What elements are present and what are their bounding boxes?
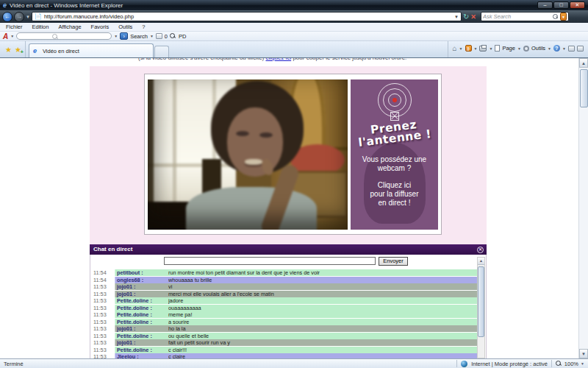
page-scroll-down-icon[interactable]: ▼ xyxy=(579,349,588,358)
stop-icon[interactable]: ✕ xyxy=(470,13,476,21)
home-dropdown-icon[interactable]: ▼ xyxy=(459,46,463,51)
chat-row: 11:53Petite.doline :ou quelle et belle xyxy=(90,333,478,339)
toolbar-search-label[interactable]: Search xyxy=(130,33,148,40)
chat-close-icon[interactable]: ✕ xyxy=(477,247,484,253)
search-provider-dropdown-icon[interactable]: ▼ xyxy=(560,13,567,21)
chat-time: 11:53 xyxy=(90,297,115,304)
address-field[interactable]: 📄 http://forum.manucure.info/video.php ▼ xyxy=(32,12,462,21)
rss-dropdown-icon[interactable]: ▼ xyxy=(474,46,478,51)
chat-time: 11:53 xyxy=(90,333,115,339)
banner-cta[interactable]: Cliquez ici pour la diffuser en direct ! xyxy=(351,181,438,208)
address-dropdown-icon[interactable]: ▼ xyxy=(454,15,459,19)
chat-username: petitbout : xyxy=(115,269,168,276)
chat-time: 11:54 xyxy=(90,277,115,283)
tab-video-en-direct[interactable]: e Vidéo en direct xyxy=(29,43,154,57)
tools-menu-label[interactable]: Outils xyxy=(531,45,545,52)
chat-scroll-thumb[interactable] xyxy=(478,266,484,337)
chat-message-text: fait un petit sourir run va y xyxy=(168,339,478,346)
menu-edition[interactable]: Edition xyxy=(32,24,49,30)
chat-row: 11:54ongles68 :whouaaaa tu brille xyxy=(90,277,478,283)
toolbar-zoom-icon[interactable] xyxy=(170,33,176,40)
help-dropdown-icon[interactable]: ▼ xyxy=(562,46,566,51)
zoom-icon xyxy=(556,361,562,367)
extra-tool-icon[interactable] xyxy=(568,46,575,52)
toolbar-pd-label[interactable]: PD xyxy=(179,33,186,40)
chat-row: 11:53Jleelou :c claire xyxy=(90,353,478,358)
chat-time: 11:53 xyxy=(90,353,115,358)
chat-panel: Envoyer 11:54petitbout :run montre moi t… xyxy=(90,255,487,358)
internet-zone-icon xyxy=(461,361,467,367)
refresh-icon[interactable]: ↻ xyxy=(463,13,469,21)
ask-logo-dropdown-icon[interactable]: ▼ xyxy=(10,34,14,38)
add-favorite-icon[interactable]: ★ xyxy=(15,46,21,54)
page-scrollbar[interactable]: ▲ ▼ xyxy=(578,58,588,358)
forward-button[interactable]: → xyxy=(14,12,24,22)
chat-scroll-up-icon[interactable]: ▲ xyxy=(478,258,484,265)
rss-feed-icon[interactable]: )) xyxy=(465,45,472,52)
chat-username: jojo01 : xyxy=(115,339,168,346)
menu-[interactable]: ? xyxy=(142,24,145,30)
extra-tool2-icon[interactable] xyxy=(577,46,584,52)
toolbar-go-icon[interactable]: › xyxy=(120,32,128,40)
page-notice: (si la vidéo diffusée s'avère choquante … xyxy=(138,58,484,61)
page-favicon: 📄 xyxy=(35,14,42,20)
toolbar-counter: 0 xyxy=(165,33,168,40)
media-box: Prenez l'antenne ! Vous possédez une web… xyxy=(144,74,442,235)
history-dropdown-icon[interactable]: ▼ xyxy=(26,15,30,19)
chat-message-text: ou quelle et belle xyxy=(168,333,478,339)
page-dropdown-icon[interactable]: ▼ xyxy=(517,46,521,51)
ie-logo-icon: e xyxy=(3,1,7,9)
close-button[interactable]: ✕ xyxy=(570,1,585,9)
chat-row: 11:53Petite.doline :c clair!!! xyxy=(90,347,478,353)
page-viewport: (si la vidéo diffusée s'avère choquante … xyxy=(0,58,588,358)
menu-outils[interactable]: Outils xyxy=(118,24,132,30)
notice-link[interactable]: cliquez ici xyxy=(265,58,291,61)
chat-message-input[interactable] xyxy=(164,257,376,265)
send-button[interactable]: Envoyer xyxy=(379,257,408,266)
help-icon[interactable]: ? xyxy=(553,45,560,52)
menu-favoris[interactable]: Favoris xyxy=(91,24,110,30)
toolbar-search-input[interactable] xyxy=(16,32,112,40)
chat-message-text: vi xyxy=(168,283,478,290)
page-scroll-thumb[interactable] xyxy=(580,69,588,107)
favorites-center-icon[interactable]: ★ xyxy=(5,46,12,54)
tab-row: ★ ★ e Vidéo en direct ⌂▼ ))▼ ▼ Page▼ Out… xyxy=(0,41,588,58)
chat-message-text: whouaaaa tu brille xyxy=(168,277,478,283)
toolbar-search-options-icon[interactable]: ▼ xyxy=(150,34,154,38)
home-icon[interactable]: ⌂ xyxy=(453,44,457,52)
minimize-button[interactable]: – xyxy=(537,1,553,9)
search-icon xyxy=(52,34,58,40)
maximize-button[interactable]: □ xyxy=(553,1,569,9)
page-scroll-up-icon[interactable]: ▲ xyxy=(579,58,588,68)
toolbar-search-dropdown-icon[interactable]: ▼ xyxy=(114,34,118,38)
back-button[interactable]: ← xyxy=(2,12,12,22)
ask-toolbar-logo-icon[interactable]: A xyxy=(3,32,8,40)
chat-time: 11:53 xyxy=(90,311,115,318)
chat-username: Petite.doline : xyxy=(115,311,168,318)
chat-username: Jleelou : xyxy=(115,353,168,358)
notice-text-after: pour couper le service jusqu'à nouvel or… xyxy=(291,58,406,61)
chat-username: Petite.doline : xyxy=(115,333,168,339)
toolbar-photo-icon[interactable] xyxy=(156,33,162,39)
print-dropdown-icon[interactable]: ▼ xyxy=(489,46,492,51)
chat-row: 11:53Petite.doline :ouaaaaaaaaa xyxy=(90,305,478,311)
search-icon[interactable] xyxy=(553,14,559,20)
tab-title: Vidéo en direct xyxy=(43,48,79,54)
chat-username: Petite.doline : xyxy=(115,305,168,311)
webcam-promo-banner[interactable]: Prenez l'antenne ! Vous possédez une web… xyxy=(351,79,438,230)
chat-row: 11:53Petite.doline :meme pa! xyxy=(90,311,478,318)
new-tab-button[interactable] xyxy=(154,46,169,57)
page-menu-icon[interactable] xyxy=(495,45,500,52)
tools-dropdown-icon[interactable]: ▼ xyxy=(548,46,551,51)
ask-search-box[interactable]: Ask Search ▼ xyxy=(481,12,569,21)
zoom-dropdown-icon[interactable]: ▼ xyxy=(581,361,584,366)
tools-gear-icon[interactable] xyxy=(523,46,529,52)
menu-affichage[interactable]: Affichage xyxy=(58,24,81,30)
menu-fichier[interactable]: Fichier xyxy=(6,24,23,30)
print-icon[interactable] xyxy=(479,46,487,52)
zoom-control[interactable]: 100% ▼ xyxy=(556,361,584,367)
chat-scrollbar[interactable]: ▲ xyxy=(477,257,485,358)
page-menu-label[interactable]: Page xyxy=(502,45,515,52)
status-bar: Terminé Internet | Mode protégé : activé… xyxy=(0,358,588,368)
notice-text: (si la vidéo diffusée s'avère choquante … xyxy=(138,58,265,61)
